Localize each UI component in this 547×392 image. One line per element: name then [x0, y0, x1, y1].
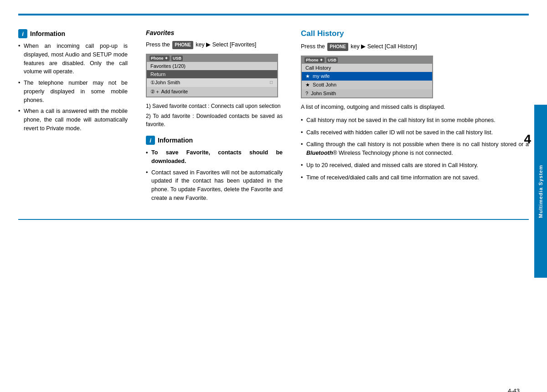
- info-icon-left: i: [18, 29, 27, 38]
- call-phone-badge: Phone ✦: [304, 57, 325, 63]
- col-right: Call History Press the PHONE key ▶ Selec…: [292, 29, 529, 205]
- usb-badge-fav: USB: [171, 56, 183, 61]
- phone-key-badge-1: PHONE: [172, 41, 193, 49]
- fav-row-john-smith: ①John Smith □: [147, 78, 277, 87]
- right-bullet-2: Calls received with hidden caller ID wil…: [301, 128, 529, 137]
- fav-subtitle: Favorites (1/20): [147, 62, 277, 70]
- numbered-item-1: 1) Saved favorite contact : Connects cal…: [146, 102, 283, 110]
- info-box-header: i Information: [18, 29, 128, 38]
- call-row-my-wife: ★ my wife: [302, 72, 432, 81]
- star-icon-2: ★: [305, 82, 310, 87]
- info2-bullet-2: Contact saved in Favorites will not be a…: [146, 168, 283, 203]
- phone-screen-favorites-header: Phone ✦ USB: [147, 55, 277, 62]
- star-icon-1: ★: [305, 73, 310, 79]
- call-row-scott-john: ★ Scott John: [302, 81, 432, 89]
- right-bullet-5: Time of received/dialed calls and call t…: [301, 173, 529, 182]
- q-icon: ?: [305, 91, 308, 96]
- numbered-list: 1) Saved favorite contact : Connects cal…: [146, 102, 283, 128]
- info-bullet-list: When an incoming call pop-up is displaye…: [18, 42, 128, 133]
- info2-bullet-list: To save Favorite, contacts should be dow…: [146, 148, 283, 203]
- fav-row-return: Return: [147, 70, 277, 78]
- page-container: i Information When an incoming call pop-…: [0, 14, 547, 392]
- info-title-mid: Information: [158, 137, 193, 144]
- call-row-john-smith: ? John Smith: [302, 89, 432, 97]
- page-number: 4-43: [508, 387, 520, 392]
- phone-badge-fav: Phone ✦: [150, 56, 170, 61]
- content-area: i Information When an incoming call pop-…: [0, 15, 547, 214]
- bullet-item-3: When a call is answered with the mobile …: [18, 107, 128, 132]
- info-title-left: Information: [30, 30, 65, 37]
- chapter-number: 4: [524, 132, 531, 147]
- bottom-line: [18, 219, 529, 220]
- call-history-press-text: Press the PHONE key ▶ Select [Call Histo…: [301, 42, 529, 51]
- call-history-intro: A list of incoming, outgoing and missed …: [301, 103, 529, 112]
- call-history-title: Call History: [301, 29, 529, 38]
- col-left: i Information When an incoming call pop-…: [18, 29, 137, 205]
- phone-key-badge-right: PHONE: [327, 43, 348, 51]
- bullet-item-2: The telephone number may not be properly…: [18, 79, 128, 104]
- right-sidebar: Multimedia System: [534, 105, 547, 278]
- info2-bullet-1: To save Favorite, contacts should be dow…: [146, 148, 283, 166]
- info-icon-mid: i: [146, 136, 155, 145]
- right-bullet-4: Up to 20 received, dialed and missed cal…: [301, 161, 529, 170]
- right-bullet-list: Call history may not be saved in the cal…: [301, 116, 529, 182]
- call-screen-header: Phone ✦ USB: [302, 56, 432, 64]
- col-mid: Favorites Press the PHONE key ▶ Select […: [137, 29, 292, 205]
- fav-row-add-favorite: ②＋ Add favorite: [147, 87, 277, 97]
- call-subtitle: Call History: [302, 64, 432, 72]
- phone-screen-favorites: Phone ✦ USB Favorites (1/20) Return ①Joh…: [146, 54, 278, 97]
- favorites-title: Favorites: [146, 29, 283, 36]
- info-box-header-2: i Information: [146, 136, 283, 145]
- right-bullet-3: Calling through the call history is not …: [301, 140, 529, 158]
- bullet-item-1: When an incoming call pop-up is displaye…: [18, 42, 128, 76]
- favorites-press-text: Press the PHONE key ▶ Select [Favorites]: [146, 40, 283, 49]
- right-bullet-1: Call history may not be saved in the cal…: [301, 116, 529, 125]
- call-usb-badge: USB: [326, 57, 338, 63]
- sidebar-label: Multimedia System: [538, 165, 543, 218]
- phone-screen-call-history: Phone ✦ USB Call History ★ my wife ★ Sco…: [301, 56, 433, 98]
- scroll-indicator: □: [270, 80, 273, 85]
- numbered-item-2: 2) To add favorite : Downloaded contacts…: [146, 112, 283, 128]
